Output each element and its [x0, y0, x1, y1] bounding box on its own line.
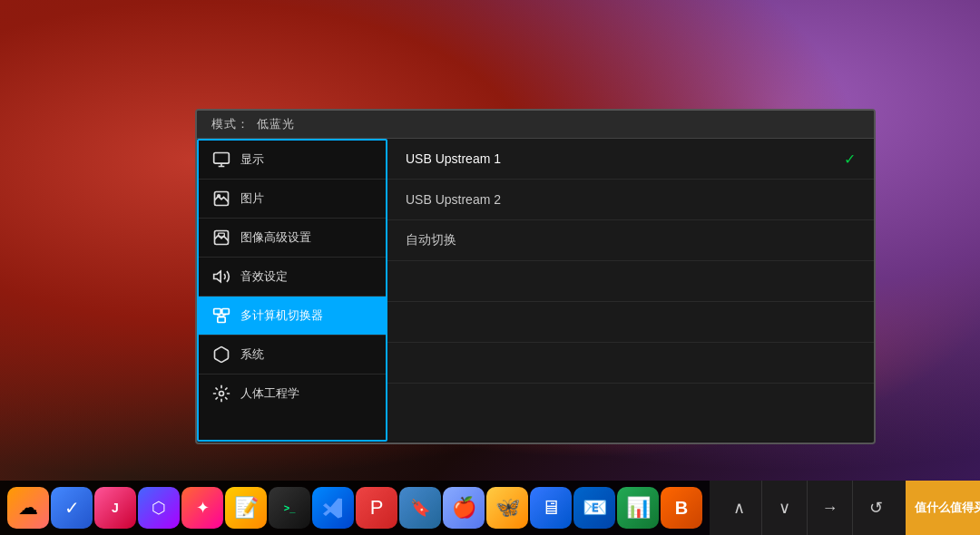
- app-note[interactable]: 📝: [225, 487, 267, 529]
- sidebar-label-ergonomics: 人体工程学: [240, 385, 299, 402]
- svg-rect-0: [214, 153, 230, 164]
- usb1-label: USB Upstream 1: [406, 151, 837, 166]
- sidebar-label-display: 显示: [240, 151, 264, 168]
- sidebar-label-advanced: 图像高级设置: [240, 229, 311, 246]
- svg-point-13: [220, 392, 224, 396]
- nav-up-icon: ∧: [733, 498, 745, 518]
- content-item-empty3: [387, 343, 874, 384]
- sidebar-label-kvm: 多计算机切换器: [240, 307, 323, 324]
- app-bookmark[interactable]: 🔖: [399, 487, 441, 529]
- nav-down-icon: ∨: [779, 498, 790, 518]
- ergonomics-icon: [211, 384, 231, 404]
- sidebar-label-audio: 音效设定: [240, 268, 288, 285]
- sidebar-item-system[interactable]: 系统: [199, 336, 386, 374]
- app-ms-remote[interactable]: 🖥: [530, 487, 572, 529]
- usb2-label: USB Upstream 2: [406, 192, 856, 207]
- app-finder[interactable]: 🍎: [443, 487, 485, 529]
- svg-rect-9: [222, 309, 230, 315]
- auto-label: 自动切换: [406, 232, 856, 248]
- sidebar-label-system: 系统: [240, 346, 264, 363]
- app-figma[interactable]: ✦: [181, 487, 223, 529]
- osd-content: USB Upstream 1 ✓ USB Upstream 2 自动切换: [387, 139, 874, 442]
- sidebar-label-picture: 图片: [240, 190, 264, 207]
- nav-right-icon: →: [822, 499, 838, 518]
- app-check[interactable]: ✓: [51, 487, 93, 529]
- app-cloud[interactable]: ☁: [7, 487, 49, 529]
- nav-up-button[interactable]: ∧: [717, 481, 762, 535]
- app-vscode[interactable]: [312, 487, 354, 529]
- nav-back-button[interactable]: ↺: [853, 481, 898, 535]
- sidebar-item-kvm[interactable]: 多计算机切换器: [199, 297, 386, 336]
- advanced-icon: [211, 228, 231, 248]
- brand-label: 值什么值得买: [906, 481, 980, 535]
- sidebar-item-ergonomics[interactable]: 人体工程学: [199, 374, 386, 413]
- app-excel[interactable]: 📊: [617, 487, 659, 529]
- sidebar-item-advanced[interactable]: 图像高级设置: [199, 219, 386, 258]
- content-item-auto[interactable]: 自动切换: [387, 220, 874, 261]
- usb1-checkmark: ✓: [844, 151, 856, 168]
- svg-rect-10: [218, 317, 225, 323]
- app-outlook[interactable]: 📧: [573, 487, 615, 529]
- osd-mode-label: 模式：: [211, 116, 250, 132]
- osd-mode-value: 低蓝光: [257, 116, 295, 132]
- taskbar: ☁ ✓ J ⬡ ✦ 📝 >_ P 🔖 🍎 🦋 🖥 📧 📊 B ∧ ∨ → ↺: [0, 481, 980, 535]
- app-arc[interactable]: ⬡: [138, 487, 180, 529]
- content-item-empty1: [387, 261, 874, 302]
- sidebar-item-display[interactable]: 显示: [199, 141, 386, 180]
- nav-right-button[interactable]: →: [808, 481, 853, 535]
- content-item-empty2: [387, 302, 874, 343]
- sidebar-item-picture[interactable]: 图片: [199, 180, 386, 219]
- app-brave[interactable]: B: [661, 487, 702, 529]
- content-item-usb1[interactable]: USB Upstream 1 ✓: [387, 139, 874, 180]
- kvm-icon: [211, 306, 231, 326]
- system-icon: [211, 345, 231, 365]
- app-terminal[interactable]: >_: [269, 487, 310, 529]
- sidebar-item-audio[interactable]: 音效设定: [199, 258, 386, 297]
- svg-marker-7: [214, 271, 221, 282]
- taskbar-apps: ☁ ✓ J ⬡ ✦ 📝 >_ P 🔖 🍎 🦋 🖥 📧 📊 B: [0, 487, 710, 529]
- nav-buttons: ∧ ∨ → ↺: [710, 481, 906, 535]
- osd-body: 显示 图片: [197, 139, 874, 442]
- audio-icon: [211, 267, 231, 287]
- picture-icon: [211, 189, 231, 209]
- osd-window: 模式： 低蓝光 显示: [195, 109, 876, 444]
- app-jetbrains[interactable]: J: [94, 487, 136, 529]
- nav-down-button[interactable]: ∨: [762, 481, 808, 535]
- svg-rect-8: [214, 309, 221, 315]
- nav-back-icon: ↺: [869, 498, 883, 518]
- osd-header: 模式： 低蓝光: [197, 111, 874, 139]
- app-butterfly[interactable]: 🦋: [486, 487, 528, 529]
- app-pocket[interactable]: P: [356, 487, 397, 529]
- osd-sidebar: 显示 图片: [197, 139, 387, 442]
- content-item-usb2[interactable]: USB Upstream 2: [387, 180, 874, 220]
- display-icon: [211, 150, 231, 170]
